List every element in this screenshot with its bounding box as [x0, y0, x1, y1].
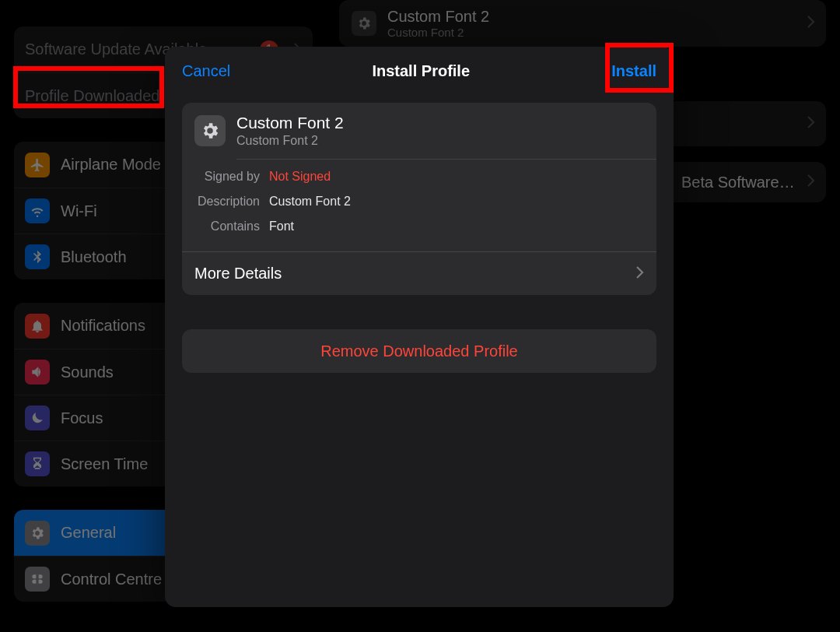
speaker-icon: [25, 360, 50, 384]
more-details-label: More Details: [194, 265, 282, 283]
gear-icon: [25, 521, 50, 546]
meta-value: Custom Font 2: [269, 195, 351, 209]
gear-icon: [194, 115, 226, 146]
profile-subtitle: Custom Font 2: [387, 26, 489, 39]
install-button[interactable]: Install: [611, 62, 656, 80]
toggles-icon: [25, 567, 50, 592]
meta-signed-by: Signed by Not Signed: [194, 164, 644, 189]
meta-value-not-signed: Not Signed: [269, 170, 331, 184]
install-profile-modal: Cancel Install Profile Install Custom Fo…: [165, 47, 674, 607]
remove-profile-button[interactable]: Remove Downloaded Profile: [182, 329, 656, 373]
profile-meta: Signed by Not Signed Description Custom …: [182, 160, 656, 245]
bluetooth-icon: [25, 244, 50, 269]
gear-icon: [352, 11, 376, 36]
profile-subname: Custom Font 2: [236, 134, 344, 148]
profile-name: Custom Font 2: [236, 114, 344, 132]
profile-panel: Custom Font 2 Custom Font 2 Signed by No…: [182, 103, 656, 295]
bell-icon: [25, 314, 50, 339]
cancel-button[interactable]: Cancel: [182, 62, 230, 80]
profile-title: Custom Font 2: [387, 8, 489, 26]
modal-header: Cancel Install Profile Install: [165, 47, 674, 95]
meta-label: Contains: [194, 219, 260, 233]
more-details-button[interactable]: More Details: [182, 252, 656, 295]
chevron-right-icon: [807, 174, 815, 190]
modal-title: Install Profile: [372, 62, 470, 80]
profile-card-top[interactable]: Custom Font 2 Custom Font 2: [339, 0, 826, 47]
modal-body: Custom Font 2 Custom Font 2 Signed by No…: [165, 95, 674, 381]
meta-description: Description Custom Font 2: [194, 189, 644, 214]
profile-header: Custom Font 2 Custom Font 2: [182, 103, 656, 159]
chevron-right-icon: [636, 265, 644, 283]
meta-value: Font: [269, 219, 294, 233]
beta-software-label: Beta Software…: [681, 174, 795, 191]
meta-label: Signed by: [194, 170, 260, 184]
airplane-icon: [25, 153, 50, 177]
remove-profile-label: Remove Downloaded Profile: [320, 342, 517, 360]
hourglass-icon: [25, 451, 50, 476]
meta-label: Description: [194, 195, 260, 209]
meta-contains: Contains Font: [194, 214, 644, 239]
chevron-right-icon: [807, 116, 815, 132]
moon-icon: [25, 406, 50, 430]
wifi-icon: [25, 198, 50, 223]
chevron-right-icon: [807, 16, 815, 31]
